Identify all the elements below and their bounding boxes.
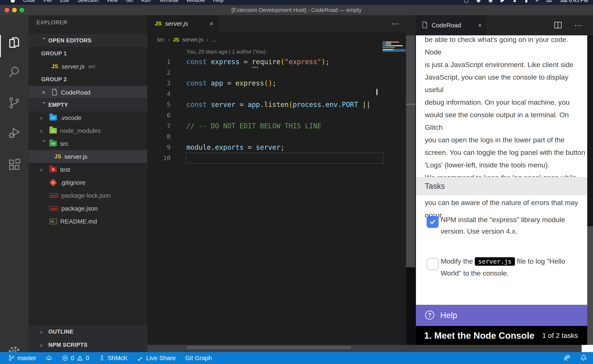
code-token: const bbox=[186, 101, 207, 109]
breadcrumb-symbol[interactable]: ... bbox=[212, 37, 216, 43]
menubar-status-icon[interactable]: ▮ bbox=[525, 0, 528, 5]
npm-file-icon: npm bbox=[49, 206, 58, 211]
menu-terminal[interactable]: Terminal bbox=[159, 0, 178, 5]
menubar-status-icon[interactable]: ◉ bbox=[476, 0, 480, 5]
tab-coderoad[interactable]: CodeRoad × bbox=[416, 15, 486, 35]
code-line-1[interactable]: 1const express = require("express"); bbox=[147, 56, 406, 67]
status-item-0[interactable]: 00 bbox=[62, 355, 89, 362]
status-item-master[interactable]: master bbox=[8, 355, 36, 362]
open-editor-item-coderoad[interactable]: ×CodeRoad bbox=[28, 86, 147, 99]
status-item-cloud-upload[interactable] bbox=[46, 355, 52, 361]
extensions-icon[interactable] bbox=[8, 158, 21, 171]
tree-item-src[interactable]: ›</>src bbox=[28, 137, 147, 150]
tree-item-package-lock-json[interactable]: npmpackage-lock.json bbox=[28, 189, 147, 202]
split-editor-icon[interactable] bbox=[553, 20, 563, 30]
task-checkbox-unchecked[interactable] bbox=[427, 258, 439, 270]
lesson-progress-bar[interactable]: 1. Meet the Node Console 1 of 2 tasks bbox=[416, 326, 587, 345]
close-icon[interactable]: × bbox=[478, 22, 482, 29]
code-line-2[interactable]: 2 bbox=[147, 67, 406, 78]
apple-menu-icon[interactable] bbox=[11, 0, 15, 3]
menubar-clock[interactable]: Sat 6:45 PM bbox=[560, 0, 588, 5]
menu-file[interactable]: File bbox=[44, 0, 52, 5]
menubar-status-icon[interactable]: ▲ bbox=[512, 0, 517, 5]
folder-mark: </> bbox=[51, 142, 55, 145]
editor-more-actions-icon[interactable]: ⋯ bbox=[391, 15, 400, 32]
editor-horizontal-scrollbar[interactable] bbox=[186, 346, 351, 349]
code-line-5[interactable]: 5const server = app.listen(process.env.P… bbox=[147, 99, 406, 110]
explorer-sidebar: EXPLORER › OPEN EDITORS GROUP 1JSserver.… bbox=[28, 15, 147, 352]
code-area[interactable]: 1const express = require("express");23co… bbox=[147, 56, 406, 163]
menubar-status-icon[interactable]: ≡ bbox=[536, 0, 539, 5]
menu-run[interactable]: Run bbox=[141, 0, 151, 5]
open-editors-header[interactable]: › OPEN EDITORS bbox=[28, 34, 147, 47]
indent-guide bbox=[40, 150, 41, 163]
status-item-shmck[interactable]: ShMcK bbox=[99, 355, 128, 362]
menubar-status-icon[interactable]: ▢ bbox=[464, 0, 469, 5]
tree-item-vscode[interactable]: ›<>.vscode bbox=[28, 111, 147, 124]
tree-item-package-json[interactable]: npmpackage.json bbox=[28, 202, 147, 215]
source-control-icon[interactable] bbox=[8, 96, 21, 109]
code-line-6[interactable]: 6 bbox=[147, 110, 406, 121]
menu-view[interactable]: View bbox=[107, 0, 118, 5]
search-icon[interactable] bbox=[8, 65, 21, 78]
notifications-bell-icon[interactable] bbox=[580, 354, 587, 362]
inline-code-chip: server.js bbox=[475, 257, 515, 266]
tree-item-readme-md[interactable]: M↓README.md bbox=[28, 215, 147, 228]
menu-edit[interactable]: Edit bbox=[60, 0, 69, 5]
tree-item-gitignore[interactable]: Y.gitignore bbox=[28, 176, 147, 189]
code-line-9[interactable]: 9module.exports = server; bbox=[147, 142, 406, 153]
menu-window[interactable]: Window bbox=[186, 0, 205, 5]
webview-right-scrollbar-dark[interactable] bbox=[587, 35, 593, 226]
code-token: . bbox=[338, 101, 342, 109]
code-line-4[interactable]: 4 bbox=[147, 88, 406, 99]
chevron-right-icon: › bbox=[40, 114, 49, 121]
webview-scrollbar-thumb-edge[interactable] bbox=[406, 104, 415, 105]
breadcrumb-file[interactable]: server.js bbox=[182, 37, 203, 43]
codelens-annotation[interactable]: You, 20 days ago | 1 author (You) bbox=[186, 49, 266, 55]
active-view-indicator bbox=[0, 35, 1, 57]
breadcrumb[interactable]: src › JS server.js › ... bbox=[157, 32, 216, 47]
menubar-status-icon[interactable]: ⌧ bbox=[546, 0, 552, 5]
task-checkbox-checked[interactable] bbox=[427, 216, 439, 228]
status-bar-left: master00ShMcKLive ShareGit Graph bbox=[8, 352, 212, 364]
code-line-10[interactable]: 10 bbox=[147, 153, 406, 163]
run-and-debug-icon[interactable] bbox=[8, 126, 21, 140]
webview-scrollbar-track[interactable] bbox=[406, 35, 415, 267]
panel-gap-top bbox=[406, 15, 416, 35]
tree-item-test[interactable]: ›⚗test bbox=[28, 163, 147, 176]
close-icon[interactable]: × bbox=[209, 20, 213, 27]
menu-help[interactable]: Help bbox=[213, 0, 223, 5]
chevron-down-icon: › bbox=[41, 37, 48, 46]
webview-right-scrollbar-gray[interactable] bbox=[587, 226, 593, 345]
breadcrumb-folder[interactable]: src bbox=[157, 37, 165, 43]
code-line-3[interactable]: 3const app = express(); bbox=[147, 78, 406, 88]
editor-tab-bar: JS server.js × ⋯ bbox=[147, 15, 406, 32]
help-bar[interactable]: ? Help bbox=[416, 305, 587, 326]
webview-more-actions-icon[interactable]: ⋯ bbox=[574, 15, 583, 35]
code-line-7[interactable]: 7// -- DO NOT EDIT BELOW THIS LINE bbox=[147, 121, 406, 131]
section-header-npm-scripts[interactable]: ›NPM SCRIPTS bbox=[28, 338, 147, 351]
tree-item-node-modules[interactable]: ›⬡node_modules bbox=[28, 124, 147, 137]
minimap[interactable] bbox=[383, 42, 406, 70]
menubar-status-icon[interactable]: ◉ bbox=[488, 0, 493, 5]
close-icon[interactable]: × bbox=[42, 89, 52, 96]
open-editor-item-server-js[interactable]: JSserver.jssrc bbox=[28, 60, 147, 73]
file-icon bbox=[422, 21, 428, 29]
line-number: 7 bbox=[147, 122, 171, 130]
tree-item-server-js[interactable]: JSserver.js bbox=[28, 150, 147, 163]
menu-selection[interactable]: Selection bbox=[77, 0, 98, 5]
menubar-status-icon[interactable]: ▶ bbox=[500, 0, 504, 5]
menu-go[interactable]: Go bbox=[126, 0, 133, 5]
status-label: Git Graph bbox=[185, 355, 212, 362]
task-text-before: Modify the bbox=[441, 257, 475, 265]
feedback-icon[interactable] bbox=[563, 354, 570, 362]
status-item-live-share[interactable]: Live Share bbox=[137, 355, 176, 362]
tasks-title: Tasks bbox=[425, 177, 587, 195]
tab-server-js[interactable]: JS server.js × bbox=[147, 15, 218, 32]
code-line-8[interactable]: 8 bbox=[147, 131, 406, 142]
workspace-folder-header[interactable]: › EMPTY bbox=[28, 98, 147, 111]
status-item-git-graph[interactable]: Git Graph bbox=[185, 355, 212, 362]
section-header-outline[interactable]: ›OUTLINE bbox=[28, 325, 147, 338]
explorer-icon[interactable] bbox=[8, 36, 21, 49]
menu-code[interactable]: Code bbox=[23, 0, 35, 5]
